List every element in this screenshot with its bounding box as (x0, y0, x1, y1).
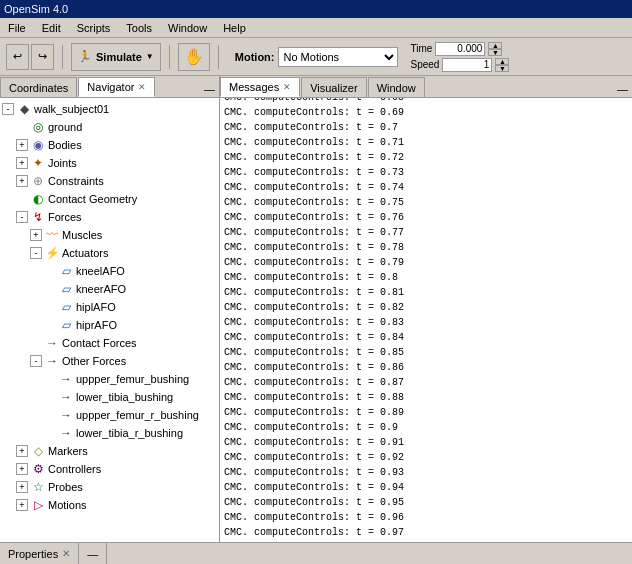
message-line: CMC. computeControls: t = 0.79 (224, 255, 628, 270)
tree-item[interactable]: +〰Muscles (0, 226, 219, 244)
tree-item[interactable]: +◇Markers (0, 442, 219, 460)
speed-label: Speed (410, 59, 439, 70)
message-line: CMC. computeControls: t = 0.93 (224, 465, 628, 480)
tree-item[interactable]: ◎ground (0, 118, 219, 136)
time-up-btn[interactable]: ▲ (488, 42, 502, 49)
actuator-icon: ⚡ (44, 245, 60, 261)
tree-item[interactable]: -◆walk_subject01 (0, 100, 219, 118)
tree-item[interactable]: +▷Motions (0, 496, 219, 514)
tab-window[interactable]: Window (368, 77, 425, 97)
tree-item[interactable]: ▱hiprAFO (0, 316, 219, 334)
menu-window[interactable]: Window (164, 21, 211, 35)
speed-spinner: ▲ ▼ (495, 58, 509, 72)
expand-collapsed-icon[interactable]: + (16, 463, 28, 475)
expand-collapsed-icon[interactable]: + (16, 157, 28, 169)
tree-item-label: Contact Forces (62, 337, 137, 349)
tree-item[interactable]: ▱kneerAFO (0, 280, 219, 298)
expand-placeholder (44, 373, 56, 385)
expand-collapsed-icon[interactable]: + (16, 175, 28, 187)
left-scroll-area: -◆walk_subject01◎ground+◉Bodies+✦Joints+… (0, 98, 219, 542)
time-label: Time (410, 43, 432, 54)
right-panel-collapse[interactable]: — (613, 81, 632, 97)
tree-item[interactable]: →uppper_femur_bushing (0, 370, 219, 388)
expand-expanded-icon[interactable]: - (16, 211, 28, 223)
tree-item[interactable]: →Contact Forces (0, 334, 219, 352)
tree-item[interactable]: →uppper_femur_r_bushing (0, 406, 219, 424)
collapse-icon: — (87, 548, 98, 560)
message-line: CMC. computeControls: t = 0.75 (224, 195, 628, 210)
hand-button[interactable]: ✋ (178, 43, 210, 71)
tree-item[interactable]: →lower_tibia_bushing (0, 388, 219, 406)
speed-up-btn[interactable]: ▲ (495, 58, 509, 65)
expand-placeholder (16, 121, 28, 133)
expand-expanded-icon[interactable]: - (2, 103, 14, 115)
motion-select[interactable]: No Motions (278, 47, 398, 67)
tree-item-label: lower_tibia_bushing (76, 391, 173, 403)
tab-messages-close[interactable]: ✕ (283, 82, 291, 92)
message-line: CMC. computeControls: t = 0.74 (224, 180, 628, 195)
undo-button[interactable]: ↩ (6, 44, 29, 70)
muscle-icon: 〰 (44, 227, 60, 243)
tree-item[interactable]: -→Other Forces (0, 352, 219, 370)
messages-content[interactable]: CMC. computeControls: t = 0.68CMC. compu… (220, 98, 632, 542)
menu-edit[interactable]: Edit (38, 21, 65, 35)
tree-item[interactable]: +⚙Controllers (0, 460, 219, 478)
menu-file[interactable]: File (4, 21, 30, 35)
tree-item-label: hiplAFO (76, 301, 116, 313)
menu-scripts[interactable]: Scripts (73, 21, 115, 35)
message-line: CMC. computeControls: t = 0.9 (224, 420, 628, 435)
expand-collapsed-icon[interactable]: + (16, 139, 28, 151)
tab-visualizer[interactable]: Visualizer (301, 77, 367, 97)
tree-item[interactable]: ▱kneelAFO (0, 262, 219, 280)
time-input[interactable] (435, 42, 485, 56)
tree-item[interactable]: +⊕Constraints (0, 172, 219, 190)
expand-collapsed-icon[interactable]: + (16, 499, 28, 511)
message-line: CMC. computeControls: t = 0.94 (224, 480, 628, 495)
expand-collapsed-icon[interactable]: + (30, 229, 42, 241)
menu-help[interactable]: Help (219, 21, 250, 35)
expand-expanded-icon[interactable]: - (30, 355, 42, 367)
tree-item-label: Actuators (62, 247, 108, 259)
tree-item-label: Probes (48, 481, 83, 493)
main-area: Coordinates Navigator ✕ — -◆walk_subject… (0, 76, 632, 542)
speed-input[interactable] (442, 58, 492, 72)
expand-collapsed-icon[interactable]: + (16, 481, 28, 493)
menu-tools[interactable]: Tools (122, 21, 156, 35)
tree-item[interactable]: -↯Forces (0, 208, 219, 226)
tab-messages[interactable]: Messages ✕ (220, 77, 300, 97)
properties-close[interactable]: ✕ (62, 548, 70, 559)
time-down-btn[interactable]: ▼ (488, 49, 502, 56)
redo-button[interactable]: ↪ (31, 44, 54, 70)
left-panel-collapse[interactable]: — (200, 81, 219, 97)
controller-icon: ⚙ (30, 461, 46, 477)
separator-1 (62, 45, 63, 69)
tab-coordinates[interactable]: Coordinates (0, 77, 77, 97)
tree-item-label: Other Forces (62, 355, 126, 367)
time-spinner: ▲ ▼ (488, 42, 502, 56)
message-line: CMC. computeControls: t = 0.73 (224, 165, 628, 180)
message-line: CMC. computeControls: t = 0.86 (224, 360, 628, 375)
speed-down-btn[interactable]: ▼ (495, 65, 509, 72)
constraint-icon: ⊕ (30, 173, 46, 189)
status-bar: Properties ✕ — (0, 542, 632, 564)
tab-navigator-close[interactable]: ✕ (138, 82, 146, 92)
tree-item[interactable]: +☆Probes (0, 478, 219, 496)
expand-placeholder (44, 391, 56, 403)
simulate-button[interactable]: 🏃 Simulate ▼ (71, 43, 161, 71)
tree-item[interactable]: +✦Joints (0, 154, 219, 172)
tree-item[interactable]: ◐Contact Geometry (0, 190, 219, 208)
tab-navigator[interactable]: Navigator ✕ (78, 77, 155, 97)
tree-item-label: Markers (48, 445, 88, 457)
tree-item[interactable]: →lower_tibia_r_bushing (0, 424, 219, 442)
tree-view[interactable]: -◆walk_subject01◎ground+◉Bodies+✦Joints+… (0, 98, 219, 542)
status-collapse[interactable]: — (79, 543, 107, 564)
tree-item[interactable]: +◉Bodies (0, 136, 219, 154)
bushing-icon: → (58, 425, 74, 441)
tree-item[interactable]: -⚡Actuators (0, 244, 219, 262)
bushing-icon: → (58, 407, 74, 423)
afo-icon: ▱ (58, 281, 74, 297)
afo-icon: ▱ (58, 299, 74, 315)
expand-collapsed-icon[interactable]: + (16, 445, 28, 457)
expand-expanded-icon[interactable]: - (30, 247, 42, 259)
tree-item[interactable]: ▱hiplAFO (0, 298, 219, 316)
